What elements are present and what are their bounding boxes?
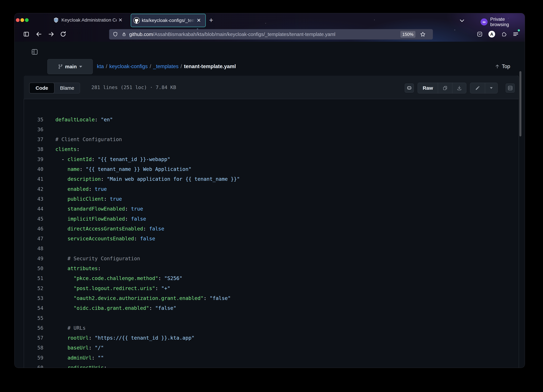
line-content: implicitFlowEnabled: false [55, 216, 146, 222]
tab-close-icon[interactable]: ✕ [118, 17, 123, 23]
line-number[interactable]: 38 [24, 146, 43, 152]
line-number[interactable]: 35 [24, 117, 43, 123]
private-mask-icon: ∞ [481, 18, 488, 25]
line-number[interactable]: 55 [24, 315, 43, 321]
line-number[interactable]: 50 [24, 266, 43, 271]
line-content: # URLs [55, 325, 86, 331]
code-line[interactable]: 35defaultLocale: "en" [24, 114, 518, 125]
line-number[interactable]: 47 [24, 236, 43, 242]
breadcrumb-file-name: tenant-template.yaml [184, 63, 236, 69]
line-number[interactable]: 43 [24, 196, 43, 202]
line-number[interactable]: 51 [24, 275, 43, 281]
code-line[interactable]: 54 "oidc.ciba.grant.enabled": "false" [24, 303, 518, 313]
forward-button[interactable] [47, 30, 55, 38]
code-line[interactable]: 40 name: "{{ tenant_name }} Web Applicat… [24, 164, 518, 174]
line-number[interactable]: 54 [24, 305, 43, 311]
line-number[interactable]: 56 [24, 325, 43, 331]
line-number[interactable]: 39 [24, 156, 43, 162]
back-button[interactable] [35, 30, 43, 38]
url-domain: github.com [129, 32, 153, 37]
tab-close-icon[interactable]: ✕ [197, 18, 201, 23]
menu-hamburger-icon[interactable] [512, 30, 520, 38]
window-close-button[interactable] [16, 18, 20, 22]
raw-button[interactable]: Raw [418, 83, 438, 93]
tab-code[interactable]: Code [29, 83, 54, 93]
code-line[interactable]: 58 baseUrl: "/" [24, 343, 518, 353]
code-line[interactable]: 52 "post.logout.redirect.uris": "+" [24, 283, 518, 293]
line-number[interactable]: 46 [24, 226, 43, 232]
url-text[interactable]: github.com/AssahBismarkabah/kta/blob/mai… [129, 32, 335, 37]
breadcrumb: kta/keycloak-configs/_templates/tenant-t… [97, 59, 236, 74]
line-number[interactable]: 36 [24, 126, 43, 132]
window-zoom-button[interactable] [25, 18, 29, 22]
lock-icon[interactable] [120, 30, 128, 38]
code-line[interactable]: 49 # Security Configuration [24, 253, 518, 263]
code-line[interactable]: 57 rootUrl: "https://{{ tenant_id }}.kta… [24, 333, 518, 343]
line-number[interactable]: 48 [24, 245, 43, 251]
browser-chrome: Keycloak Administration Console ✕ kta/ke… [15, 13, 525, 42]
code-line[interactable]: 36 [24, 124, 518, 134]
breadcrumb-link[interactable]: keycloak-configs [109, 63, 148, 69]
reload-button[interactable] [59, 30, 67, 38]
line-number[interactable]: 58 [24, 345, 43, 351]
code-line[interactable]: 37# Client Configuration [24, 134, 518, 144]
code-line[interactable]: 47 serviceAccountsEnabled: false [24, 234, 518, 244]
code-line[interactable]: 50 attributes: [24, 263, 518, 273]
extensions-puzzle-icon[interactable] [500, 30, 508, 38]
code-line[interactable]: 48 [24, 244, 518, 254]
code-line[interactable]: 42 enabled: true [24, 184, 518, 194]
line-number[interactable]: 41 [24, 176, 43, 182]
code-line[interactable]: 44 standardFlowEnabled: true [24, 204, 518, 214]
branch-selector-button[interactable]: main [47, 59, 93, 74]
line-number[interactable]: 40 [24, 166, 43, 172]
tab-blame[interactable]: Blame [54, 83, 80, 93]
code-line[interactable]: 46 directAccessGrantsEnabled: false [24, 224, 518, 234]
code-line[interactable]: 38clients: [24, 144, 518, 154]
code-line[interactable]: 56 # URLs [24, 323, 518, 333]
line-number[interactable]: 52 [24, 285, 43, 291]
tab-github-file[interactable]: kta/keycloak-configs/_templates ✕ [131, 14, 206, 27]
account-avatar[interactable]: A [488, 30, 496, 38]
window-minimize-button[interactable] [20, 18, 24, 22]
file-tree-toggle-icon[interactable] [31, 48, 38, 56]
line-number[interactable]: 37 [24, 136, 43, 142]
zoom-level-badge[interactable]: 150% [400, 31, 416, 38]
tab-keycloak-console[interactable]: Keycloak Administration Console ✕ [50, 14, 133, 26]
scroll-to-top-link[interactable]: Top [495, 59, 510, 74]
code-view[interactable]: 35defaultLocale: "en"3637# Client Config… [24, 114, 518, 368]
code-line[interactable]: 60 redirectUris: [24, 363, 518, 368]
bookmark-star-icon[interactable] [420, 31, 426, 37]
sidebar-toggle-icon[interactable] [23, 30, 30, 38]
code-line[interactable]: 41 description: "Main web application fo… [24, 174, 518, 184]
code-line[interactable]: 53 "oauth2.device.authorization.grant.en… [24, 293, 518, 303]
download-button[interactable] [452, 83, 466, 93]
line-number[interactable]: 57 [24, 335, 43, 341]
tab-title: kta/keycloak-configs/_templates [142, 18, 195, 23]
breadcrumb-link[interactable]: _templates [153, 63, 179, 69]
line-number[interactable]: 59 [24, 355, 43, 361]
code-line[interactable]: 45 implicitFlowEnabled: false [24, 214, 518, 224]
copilot-button[interactable] [405, 84, 414, 93]
url-bar[interactable]: github.com/AssahBismarkabah/kta/blob/mai… [109, 29, 433, 40]
line-number[interactable]: 42 [24, 186, 43, 192]
tracking-shield-icon[interactable] [112, 30, 119, 38]
symbols-panel-button[interactable] [506, 84, 515, 93]
copy-button[interactable] [438, 83, 452, 93]
pocket-save-icon[interactable] [476, 30, 484, 38]
code-line[interactable]: 43 publicClient: true [24, 194, 518, 204]
code-line[interactable]: 59 adminUrl: "" [24, 353, 518, 363]
code-line[interactable]: 51 "pkce.code.challenge.method": "S256" [24, 273, 518, 283]
list-tabs-chevron-icon[interactable] [459, 17, 465, 24]
edit-dropdown-button[interactable] [485, 83, 498, 93]
edit-button[interactable] [470, 83, 485, 93]
line-number[interactable]: 60 [24, 365, 43, 368]
page-scrollbar[interactable] [519, 71, 521, 136]
line-number[interactable]: 53 [24, 295, 43, 301]
line-number[interactable]: 44 [24, 206, 43, 212]
new-tab-button[interactable]: + [209, 16, 213, 24]
line-number[interactable]: 45 [24, 216, 43, 222]
code-line[interactable]: 55 [24, 313, 518, 323]
code-line[interactable]: 39 - clientId: "{{ tenant_id }}-webapp" [24, 154, 518, 164]
line-number[interactable]: 49 [24, 256, 43, 261]
breadcrumb-link[interactable]: kta [97, 63, 104, 69]
